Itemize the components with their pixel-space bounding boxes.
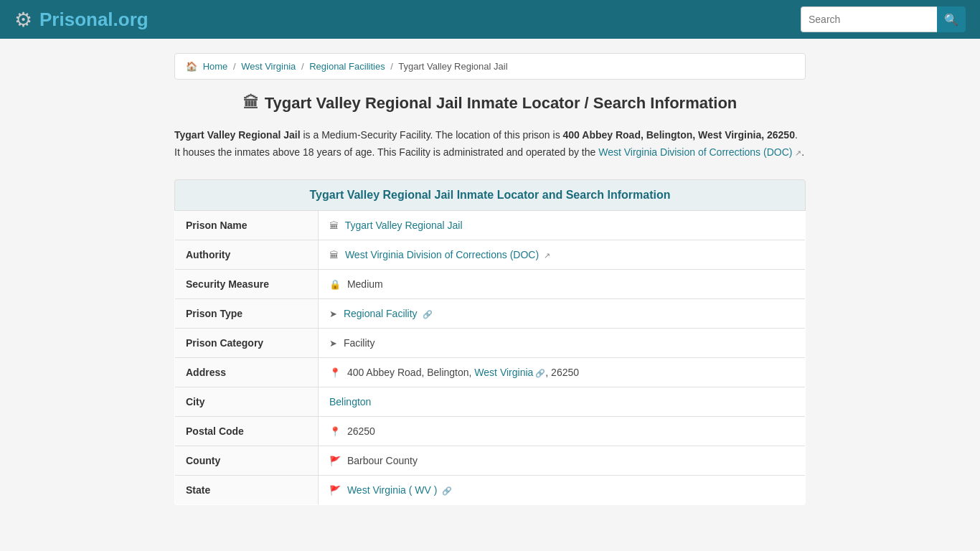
- prison-name-bold: Tygart Valley Regional Jail: [174, 129, 301, 141]
- address-state-link[interactable]: West Virginia: [474, 367, 533, 378]
- table-row: Prison Name 🏛 Tygart Valley Regional Jai…: [175, 211, 806, 240]
- label-authority: Authority: [175, 240, 319, 269]
- postal-value: 26250: [347, 425, 375, 437]
- label-prison-name: Prison Name: [175, 211, 319, 240]
- breadcrumb-sep-2: /: [301, 61, 304, 72]
- prison-category-icon: ➤: [329, 338, 337, 349]
- prison-type-link[interactable]: Regional Facility: [344, 308, 418, 319]
- label-prison-category: Prison Category: [175, 328, 319, 357]
- table-row: Address 📍 400 Abbey Road, Belington, Wes…: [175, 357, 806, 387]
- prison-name-link[interactable]: Tygart Valley Regional Jail: [345, 220, 463, 231]
- breadcrumb-sep-1: /: [233, 61, 236, 72]
- prison-type-icon: ➤: [329, 309, 337, 319]
- security-value: Medium: [347, 278, 383, 290]
- search-icon: 🔍: [944, 13, 958, 27]
- table-row: Prison Type ➤ Regional Facility 🔗: [175, 298, 806, 328]
- breadcrumb-sep-3: /: [390, 61, 393, 72]
- value-city: Belington: [319, 387, 806, 416]
- label-security: Security Measure: [175, 269, 319, 298]
- address-zip: , 26250: [545, 367, 579, 378]
- value-prison-name: 🏛 Tygart Valley Regional Jail: [319, 211, 806, 240]
- value-authority: 🏛 West Virginia Division of Corrections …: [319, 240, 806, 269]
- address-icon: 📍: [329, 367, 341, 378]
- building-icon: 🏛: [243, 94, 259, 113]
- doc-link[interactable]: West Virginia Division of Corrections (D…: [598, 146, 801, 158]
- address-text: 400 Abbey Road, Belington,: [347, 367, 474, 378]
- label-address: Address: [175, 357, 319, 387]
- label-postal: Postal Code: [175, 416, 319, 446]
- value-county: 🚩 Barbour County: [319, 446, 806, 475]
- value-address: 📍 400 Abbey Road, Belington, West Virgin…: [319, 357, 806, 387]
- authority-icon: 🏛: [329, 250, 339, 260]
- ext-icon-type: 🔗: [423, 310, 433, 319]
- breadcrumb-state[interactable]: West Virginia: [241, 61, 296, 72]
- table-row: City Belington: [175, 387, 806, 416]
- security-icon: 🔒: [329, 279, 341, 290]
- table-row: Security Measure 🔒 Medium: [175, 269, 806, 298]
- breadcrumb-facilities[interactable]: Regional Facilities: [309, 61, 385, 72]
- info-table: Prison Name 🏛 Tygart Valley Regional Jai…: [174, 211, 806, 505]
- value-security: 🔒 Medium: [319, 269, 806, 298]
- table-row: Prison Category ➤ Facility: [175, 328, 806, 357]
- state-link[interactable]: West Virginia ( WV ): [347, 484, 438, 496]
- value-prison-category: ➤ Facility: [319, 328, 806, 357]
- home-icon: 🏠: [186, 61, 197, 72]
- county-value: Barbour County: [347, 455, 418, 466]
- breadcrumb: 🏠 Home / West Virginia / Regional Facili…: [174, 53, 806, 80]
- table-row: Authority 🏛 West Virginia Division of Co…: [175, 240, 806, 269]
- prison-category-value: Facility: [344, 337, 375, 349]
- table-row: County 🚩 Barbour County: [175, 446, 806, 475]
- search-button[interactable]: 🔍: [937, 6, 966, 32]
- breadcrumb-home[interactable]: Home: [203, 61, 228, 72]
- logo-icon: ⚙: [14, 8, 32, 32]
- table-row: Postal Code 📍 26250: [175, 416, 806, 446]
- county-icon: 🚩: [329, 456, 341, 466]
- postal-icon: 📍: [329, 426, 341, 437]
- ext-icon-state: 🔗: [442, 486, 452, 495]
- ext-icon-address: 🔗: [535, 369, 545, 377]
- state-icon: 🚩: [329, 485, 341, 496]
- logo-name: Prisonal: [39, 9, 113, 30]
- section-header: Tygart Valley Regional Jail Inmate Locat…: [174, 179, 806, 211]
- section-title: Tygart Valley Regional Jail Inmate Locat…: [310, 189, 671, 201]
- logo-text: Prisonal.org: [39, 9, 149, 31]
- table-row: State 🚩 West Virginia ( WV ) 🔗: [175, 475, 806, 504]
- site-header: ⚙ Prisonal.org 🔍: [0, 0, 980, 39]
- logo-domain: .org: [113, 9, 149, 30]
- breadcrumb-current: Tygart Valley Regional Jail: [398, 61, 507, 72]
- search-area: 🔍: [801, 6, 966, 32]
- label-county: County: [175, 446, 319, 475]
- address-bold: 400 Abbey Road, Belington, West Virginia…: [563, 129, 795, 141]
- page-title-text: Tygart Valley Regional Jail Inmate Locat…: [265, 94, 738, 113]
- label-prison-type: Prison Type: [175, 298, 319, 328]
- label-city: City: [175, 387, 319, 416]
- city-link[interactable]: Belington: [329, 396, 371, 408]
- logo-area: ⚙ Prisonal.org: [14, 8, 149, 32]
- page-title: 🏛 Tygart Valley Regional Jail Inmate Loc…: [174, 94, 806, 113]
- authority-link[interactable]: West Virginia Division of Corrections (D…: [345, 249, 539, 260]
- prison-name-icon: 🏛: [329, 220, 339, 231]
- desc-text-2: is a Medium-Security Facility. The locat…: [301, 129, 563, 141]
- value-postal: 📍 26250: [319, 416, 806, 446]
- description: Tygart Valley Regional Jail is a Medium-…: [174, 127, 806, 161]
- value-state: 🚩 West Virginia ( WV ) 🔗: [319, 475, 806, 504]
- search-input[interactable]: [801, 6, 937, 32]
- ext-icon-authority: ↗: [544, 251, 550, 260]
- value-prison-type: ➤ Regional Facility 🔗: [319, 298, 806, 328]
- main-content: 🏠 Home / West Virginia / Regional Facili…: [167, 53, 813, 505]
- label-state: State: [175, 475, 319, 504]
